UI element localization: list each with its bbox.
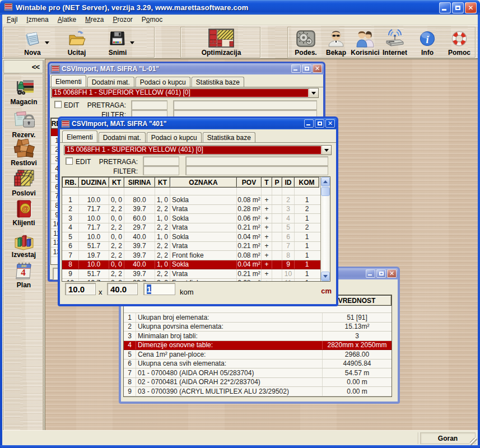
table-row[interactable] [62,188,320,195]
table-row[interactable]: 471.72, 229.72, 2Vrata0.21 m²+52 [62,223,320,233]
column-header[interactable]: T [262,177,272,188]
table-row[interactable]: 5Cena 1m² panel-ploce:2968.00 [124,350,392,360]
w401-search-field-1[interactable] [143,156,179,166]
w401-edit-checkbox[interactable] [66,157,73,165]
toolbar-button[interactable]: i Info [412,29,443,57]
table-row[interactable]: 110.00, 080.01, 0Sokla0.08 m²+21 [62,195,320,205]
sidebar-item[interactable]: @ Klijenti [4,199,44,227]
table-row[interactable]: 510.00, 040.01, 0Sokla0.04 m²+61 [62,232,320,242]
table-row[interactable]: 1Ukupan broj elemenata:51 [91] [124,313,392,323]
l01-combo-dropdown-button[interactable] [309,88,318,97]
stats-close-button[interactable]: ✕ [387,269,397,278]
w401-material-combo[interactable]: 15 0068FH 1 - SUPERIOR YELLOW (401) [0] [64,145,332,155]
column-header[interactable]: KT [109,177,124,188]
table-row[interactable]: 951.72, 239.72, 2Vrata0.21 m²+101 [62,269,320,279]
sidebar-item[interactable]: Poslovi [4,170,44,197]
tab-elementi[interactable]: Elementi [51,75,86,87]
w401-close-button[interactable]: ✕ [325,119,335,128]
l01-material-combo[interactable]: 15 0068FH 1 - SUPERIOR YELLOW (401) [0] [51,88,319,98]
table-row[interactable]: 719.72, 239.72, 2Front fioke0.08 m²+81 [62,251,320,260]
l01-minimize-button[interactable] [291,64,301,73]
table-row[interactable]: 310.00, 060.01, 0Sokla0.06 m²+41 [62,214,320,223]
menu-item[interactable]: Prozor [108,15,137,25]
column-header[interactable]: KT [155,177,170,188]
vertical-scrollbar[interactable] [320,177,330,281]
table-row[interactable]: 1019.72, 239.72, 2Front fioke0.08 m²+111 [62,279,320,282]
column-header[interactable]: POV [237,177,262,188]
dropdown-arrow-icon[interactable] [45,41,49,44]
sidebar-item[interactable]: Restlovi [4,139,44,167]
w401-combo-dropdown-button[interactable] [321,146,331,155]
tab-statistika-baze[interactable]: Statistika baze [203,132,255,142]
menu-item[interactable]: Fajl [2,15,22,25]
toolbar-button[interactable]: Pomoc [444,29,475,57]
sidebar-collapse-button[interactable]: << [3,60,43,73]
table-row[interactable]: 651.72, 239.72, 2Vrata0.21 m²+71 [62,242,320,251]
l01-close-button[interactable]: ✕ [313,64,322,73]
l01-title-bar[interactable]: CSVImport, MAT. SIFRA "L-01" ✕ [49,63,324,74]
sidebar-item[interactable]: 200 4 Plan [4,262,44,289]
table-row[interactable]: 4Dimenzije osnovne table:2820mm x 2050mm [124,341,392,351]
table-row[interactable]: 802 - 0700481 (AIDA ORAH 22*2/283704)0.0… [124,378,392,388]
close-button[interactable]: ✕ [465,2,477,13]
menu-item[interactable]: Izmena [22,15,53,25]
tab-dodatni-mat-[interactable]: Dodatni mat. [87,77,134,87]
toolbar-button[interactable]: Optimizacija [199,29,244,57]
table-row[interactable]: 701 - 0700480 (AIDA ORAH 05/283704)54.57… [124,368,392,378]
scrollbar-thumb[interactable] [321,187,330,196]
w401-minimize-button[interactable] [304,119,314,128]
sidebar-item[interactable]: Rezerv. [4,111,44,139]
tab-podaci-o-kupcu[interactable]: Podaci o kupcu [147,132,202,142]
column-header[interactable]: DUZINA [79,177,109,188]
l01-edit-checkbox[interactable] [54,101,62,108]
w401-width-field[interactable]: 10.0 [65,283,96,295]
tab-elementi[interactable]: Elementi [62,130,97,142]
tab-podaci-o-kupcu[interactable]: Podaci o kupcu [136,77,190,87]
menu-item[interactable]: Pomoc [137,15,167,25]
toolbar-button[interactable]: Snimi [102,29,133,57]
l01-search-field-2[interactable] [173,100,317,110]
column-header[interactable]: RB. [62,177,79,188]
column-header[interactable]: SIRINA [124,177,155,188]
w401-maximize-button[interactable] [315,119,324,128]
toolbar-button[interactable]: Podes. [290,29,321,57]
w401-filter-field-2[interactable] [185,166,328,175]
column-header[interactable]: ID [282,177,295,188]
table-row[interactable]: 6Ukupna cena svih elemenata:44905.84 [124,360,392,369]
sidebar-item[interactable]: Magacin [4,78,44,106]
scroll-up-button[interactable] [321,177,330,186]
table-row[interactable]: 271.72, 239.72, 2Vrata0.28 m²+32 [62,205,320,214]
w401-title-bar[interactable]: CSVImport, MAT. SIFRA "401" ✕ [59,118,337,129]
toolbar-button[interactable]: Ucitaj [61,29,92,57]
resize-grip[interactable] [470,438,477,445]
w401-filter-field-1[interactable] [143,166,179,175]
menu-item[interactable]: Alatke [53,15,81,25]
main-title-bar[interactable]: Wintable pro (NET Server), verzija 3.29,… [0,0,480,15]
stats-maximize-button[interactable] [376,269,386,278]
l01-maximize-button[interactable] [302,64,311,73]
l01-search-field-1[interactable] [131,100,167,110]
maximize-button[interactable] [452,2,464,13]
minimize-button[interactable] [439,2,451,13]
column-header[interactable]: OZNAKA [170,177,237,188]
w401-search-field-2[interactable] [185,156,328,166]
w401-count-field[interactable]: 1 [143,283,175,295]
toolbar-button[interactable]: Nova [17,29,48,57]
tab-statistika-baze[interactable]: Statistika baze [192,77,244,87]
column-header[interactable]: KOM [295,177,319,188]
tab-dodatni-mat-[interactable]: Dodatni mat. [99,132,146,142]
toolbar-button[interactable]: Korisnici [349,29,381,57]
table-row[interactable]: 3Minimalan broj tabli:3 [124,332,392,341]
table-row[interactable]: 2Ukupna povrsina elemenata:15.13m² [124,323,392,332]
sidebar-item[interactable]: Izvestaj [4,231,44,259]
toolbar-button[interactable]: Bekap [320,29,352,57]
w401-height-field[interactable]: 40.0 [107,283,138,295]
column-header[interactable]: P [272,177,282,188]
dropdown-arrow-icon[interactable] [130,41,134,44]
menu-item[interactable]: Mreza [81,15,108,25]
scroll-down-button[interactable] [321,272,330,281]
table-row[interactable]: 810.00, 040.01, 0Sokla0.04 m²+91 [62,260,320,270]
toolbar-button[interactable]: Internet [379,29,411,57]
table-row[interactable]: 903 - 0700390 (ACRYL MULTIPLEX ALU 23/29… [124,387,392,396]
stats-minimize-button[interactable] [366,269,375,278]
